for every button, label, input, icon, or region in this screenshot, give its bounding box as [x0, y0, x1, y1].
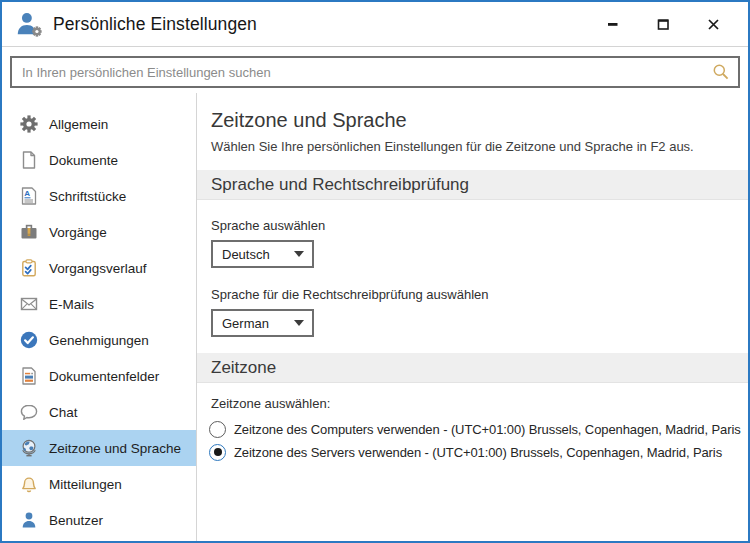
sidebar-item-label: Genehmigungen: [49, 333, 149, 348]
sidebar-item-dokumente[interactable]: Dokumente: [2, 142, 196, 178]
language-select-label: Sprache auswählen: [211, 218, 748, 233]
sidebar-item-vorgangsverlauf[interactable]: Vorgangsverlauf: [2, 250, 196, 286]
close-button[interactable]: [696, 10, 730, 38]
title-bar: Persönliche Einstellungen: [2, 2, 748, 47]
search-input[interactable]: [22, 65, 712, 80]
envelope-icon: [19, 294, 39, 314]
sidebar-item-label: Vorgangsverlauf: [49, 261, 147, 276]
search-box[interactable]: [10, 56, 740, 88]
sidebar-item-label: Dokumente: [49, 153, 118, 168]
person-icon: [19, 510, 39, 530]
radio-option-label: Zeitzone des Computers verwenden - (UTC+…: [234, 422, 741, 437]
maximize-icon: [657, 18, 670, 31]
sidebar-item-schriftstuecke[interactable]: A Schriftstücke: [2, 178, 196, 214]
approval-check-icon: [19, 330, 39, 350]
sidebar-item-zeitzone-und-sprache[interactable]: Zeitzone und Sprache: [2, 430, 196, 466]
sidebar-item-label: Dokumentenfelder: [49, 369, 159, 384]
briefcase-icon: [19, 222, 39, 242]
radio-checked-icon[interactable]: [209, 444, 226, 461]
bell-icon: [19, 474, 39, 494]
globe-icon: [19, 438, 39, 458]
clipboard-checks-icon: [19, 258, 39, 278]
settings-sidebar: Allgemein Dokumente A Schriftstücke: [2, 93, 196, 541]
sidebar-item-label: Zeitzone und Sprache: [49, 441, 181, 456]
sidebar-item-label: Schriftstücke: [49, 189, 126, 204]
sidebar-item-benutzer[interactable]: Benutzer: [2, 502, 196, 538]
chevron-down-icon: [294, 251, 304, 257]
minimize-icon: [607, 18, 619, 30]
gear-icon: [19, 114, 39, 134]
dialog-body: Allgemein Dokumente A Schriftstücke: [2, 93, 748, 541]
radio-option-label: Zeitzone des Servers verwenden - (UTC+01…: [234, 445, 722, 460]
page-title: Zeitzone und Sprache: [211, 107, 748, 133]
search-icon[interactable]: [712, 63, 730, 81]
spellcheck-dropdown[interactable]: German: [211, 309, 314, 337]
document-icon: [19, 150, 39, 170]
maximize-button[interactable]: [646, 10, 680, 38]
chat-bubble-icon: [19, 402, 39, 422]
spellcheck-dropdown-value: German: [222, 316, 269, 331]
radio-option-server-timezone[interactable]: Zeitzone des Servers verwenden - (UTC+01…: [209, 442, 748, 462]
letter-document-icon: A: [19, 186, 39, 206]
svg-text:A: A: [24, 189, 30, 198]
minimize-button[interactable]: [596, 10, 630, 38]
search-row: [2, 47, 748, 93]
sidebar-item-allgemein[interactable]: Allgemein: [2, 106, 196, 142]
language-dropdown[interactable]: Deutsch: [211, 240, 314, 268]
sidebar-item-label: Benutzer: [49, 513, 103, 528]
person-gear-icon: [14, 9, 44, 39]
sidebar-item-emails[interactable]: E-Mails: [2, 286, 196, 322]
section-heading-timezone: Zeitzone: [197, 353, 748, 383]
spellcheck-select-label: Sprache für die Rechtschreibprüfung ausw…: [211, 287, 748, 302]
timezone-group-label: Zeitzone auswählen:: [211, 396, 748, 411]
document-fields-icon: [19, 366, 39, 386]
window-controls: [596, 10, 746, 38]
radio-option-computer-timezone[interactable]: Zeitzone des Computers verwenden - (UTC+…: [209, 419, 748, 439]
language-dropdown-value: Deutsch: [222, 247, 270, 262]
settings-content: Zeitzone und Sprache Wählen Sie Ihre per…: [197, 93, 748, 541]
radio-unchecked-icon[interactable]: [209, 421, 226, 438]
sidebar-item-label: Allgemein: [49, 117, 108, 132]
radio-dot: [214, 448, 222, 456]
window-title: Persönliche Einstellungen: [53, 14, 257, 35]
sidebar-item-label: Chat: [49, 405, 78, 420]
sidebar-item-mitteilungen[interactable]: Mitteilungen: [2, 466, 196, 502]
sidebar-item-vorgaenge[interactable]: Vorgänge: [2, 214, 196, 250]
chevron-down-icon: [294, 320, 304, 326]
sidebar-item-chat[interactable]: Chat: [2, 394, 196, 430]
section-heading-language: Sprache und Rechtschreibprüfung: [197, 170, 748, 200]
personal-settings-window: Persönliche Einstellungen: [0, 0, 750, 543]
sidebar-item-dokumentenfelder[interactable]: Dokumentenfelder: [2, 358, 196, 394]
close-icon: [707, 18, 720, 31]
sidebar-item-genehmigungen[interactable]: Genehmigungen: [2, 322, 196, 358]
page-subtitle: Wählen Sie Ihre persönlichen Einstellung…: [211, 139, 734, 155]
sidebar-item-label: Mitteilungen: [49, 477, 122, 492]
sidebar-item-label: Vorgänge: [49, 225, 107, 240]
sidebar-item-label: E-Mails: [49, 297, 94, 312]
